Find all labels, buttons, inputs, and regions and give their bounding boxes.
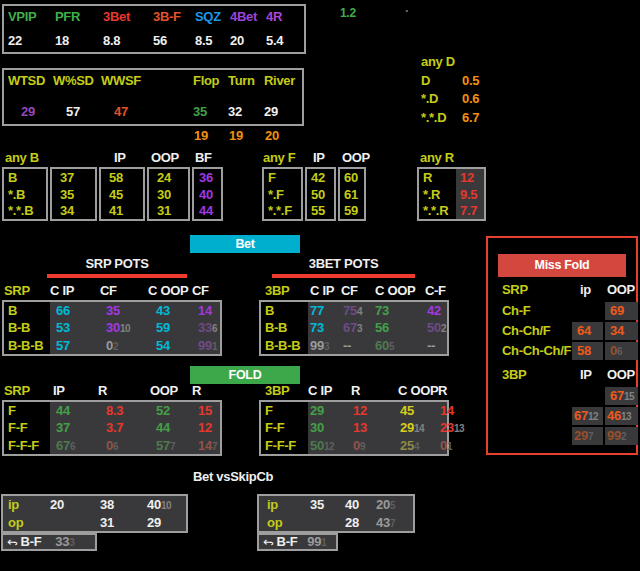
cell: 66 xyxy=(50,303,100,318)
col-header-cip: C IP xyxy=(308,383,332,398)
any-b-title: any B xyxy=(5,150,39,165)
col-header-cf2: CF xyxy=(192,283,209,298)
note-value: 1.2 xyxy=(340,6,356,20)
miss-fold-panel: Miss Fold SRP ip OOP Ch-F 69 Ch-Ch/F 64 … xyxy=(486,236,638,455)
row-label: B-B xyxy=(261,319,308,336)
corner-label-3bp: 3BP xyxy=(502,367,526,382)
row-label: F-F-F xyxy=(261,437,308,454)
row-label: B-B xyxy=(4,319,50,336)
cell: 34 xyxy=(60,203,95,218)
cell: 2914 xyxy=(398,420,438,435)
stat-value-4r: 5.4 xyxy=(266,33,294,48)
cell: 40 xyxy=(343,497,374,512)
bet-button[interactable]: Bet xyxy=(190,235,300,253)
threebet-pots-table: B 77 754 73 42 B-B 73 673 56 502 B-B-B 9… xyxy=(259,300,449,356)
stat-header-wtsd: WTSD xyxy=(8,73,53,88)
cell: 6715 xyxy=(605,387,638,405)
srp-pots-underline xyxy=(47,274,187,278)
any-d-row: *.*.D 6.7 xyxy=(421,109,479,128)
cell: 69 xyxy=(605,302,638,320)
vs-skip-left-table: ip 20 38 4010 op 31 29 xyxy=(1,494,188,533)
col-header-r: R xyxy=(98,383,107,398)
cell: 437 xyxy=(374,515,413,530)
oop-column: 24 30 31 xyxy=(147,167,190,221)
any-r-title: any R xyxy=(420,150,454,165)
vs-skip-cb-title: Bet vsSkipCb xyxy=(193,469,273,484)
showdown-header-row: WTSD W%SD WWSF Flop Turn River xyxy=(8,73,302,88)
row-label: Ch-Ch-Ch/F xyxy=(502,343,571,358)
threebet-pots-title: 3BET POTS xyxy=(272,256,415,271)
row-label: B-B-B xyxy=(261,337,308,354)
label-column: B *.B *.*.B xyxy=(2,167,48,221)
cell: 40 xyxy=(199,187,221,202)
col-header-ip: IP xyxy=(313,150,325,165)
total-column: 37 35 34 xyxy=(50,167,97,221)
row-label: *.*.F xyxy=(268,203,301,218)
cell: 45 xyxy=(109,187,143,202)
fold-button[interactable]: FOLD xyxy=(190,366,300,384)
label-column: R *.R *.*.R xyxy=(419,169,456,219)
cell: 12 xyxy=(351,403,398,418)
cell: 31 xyxy=(157,203,188,218)
cell: 59 xyxy=(344,203,364,218)
miss-fold-header[interactable]: Miss Fold xyxy=(498,254,626,277)
any-d-section: any D D 0.5 *.D 0.6 *.*.D 6.7 xyxy=(421,53,479,127)
cell: 502 xyxy=(425,320,447,335)
row-label: B xyxy=(261,302,308,319)
cell: 37 xyxy=(60,170,95,185)
col-header-bf: BF xyxy=(195,150,212,165)
stat-header-3bf: 3B-F xyxy=(153,9,195,24)
cell: 673 xyxy=(341,320,373,335)
any-f-table: F *.F *.*.F 42 50 55 60 61 59 xyxy=(262,167,366,221)
cell: 44 xyxy=(199,203,221,218)
col-header-cip: C IP xyxy=(310,283,334,298)
cell: 14 xyxy=(192,303,220,318)
cell: 28 xyxy=(343,515,374,530)
bf-value: 333 xyxy=(55,535,74,550)
cell: 31 xyxy=(98,515,145,530)
table-row: B 66 35 43 14 xyxy=(4,302,220,319)
table-row: op 31 29 xyxy=(3,514,186,532)
cell: 4613 xyxy=(605,407,638,425)
bf-value: 991 xyxy=(307,535,326,550)
stat-header-4r: 4R xyxy=(266,9,294,24)
row-label: *.B xyxy=(8,187,46,202)
cell: 09 xyxy=(351,438,398,453)
row-label: B xyxy=(4,302,50,319)
row-label: Ch-F xyxy=(502,303,530,318)
cell: 29 xyxy=(145,515,186,530)
row-label: F-F xyxy=(4,419,50,436)
stat-value-pfr: 18 xyxy=(55,33,103,48)
any-d-row: *.D 0.6 xyxy=(421,90,479,109)
cell: 56 xyxy=(373,320,425,335)
cell: 35 xyxy=(308,497,343,512)
table-row: op 28 437 xyxy=(259,514,413,532)
row-label: *.R xyxy=(423,187,456,202)
cell: 12 xyxy=(460,170,484,185)
cell: 61 xyxy=(344,187,364,202)
street-sub-values: 19 19 20 xyxy=(194,128,305,143)
row-label: *.*.B xyxy=(8,203,46,218)
any-r-section: any R R *.R *.*.R 12 9.5 7.7 xyxy=(417,150,497,222)
bf-label: B-F xyxy=(277,535,298,549)
cell: 06 xyxy=(605,342,638,360)
col-header-oop: OOP xyxy=(151,150,179,165)
cell: 73 xyxy=(373,303,425,318)
cell: 53 xyxy=(50,320,100,335)
cell: 43 xyxy=(150,303,192,318)
showdown-value-row: 29 57 47 35 32 29 xyxy=(8,104,302,119)
col-header-c-f: C-F xyxy=(425,283,446,298)
cell: 42 xyxy=(425,303,447,318)
col-header-ip: IP xyxy=(53,383,65,398)
col-header-cf: CF xyxy=(341,283,358,298)
row-label: op xyxy=(3,515,48,530)
sub-value-flop: 19 xyxy=(194,128,229,143)
threebet-pots-underline xyxy=(272,274,415,278)
cell: -- xyxy=(341,338,373,353)
corner-label-srp: SRP xyxy=(4,383,30,398)
oop-column: 60 61 59 xyxy=(338,167,366,221)
table-row: B-B-B 993 -- 605 -- xyxy=(261,337,447,354)
cell: 59 xyxy=(150,320,192,335)
cell: 36 xyxy=(199,170,221,185)
table-row: ip 20 38 4010 xyxy=(3,496,186,514)
